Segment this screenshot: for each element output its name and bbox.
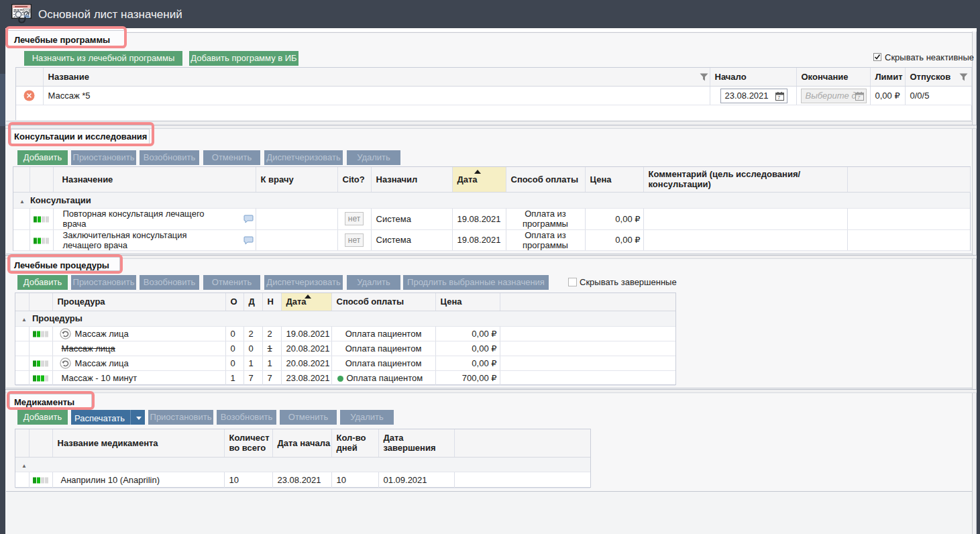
- svg-text:7: 7: [777, 95, 780, 100]
- svg-text:7: 7: [857, 95, 861, 100]
